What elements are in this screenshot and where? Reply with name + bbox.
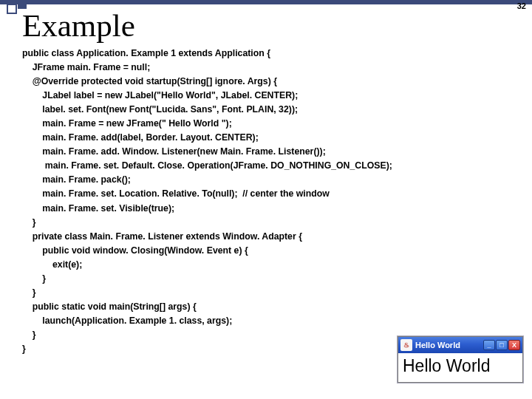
window-title: Hello World	[415, 341, 480, 349]
code-line: JFrame main. Frame = null;	[22, 62, 150, 72]
code-line: main. Frame. set. Location. Relative. To…	[22, 188, 330, 199]
code-line: }	[22, 287, 35, 298]
slide-title: Example	[22, 7, 135, 44]
code-line: main. Frame. set. Visible(true);	[22, 203, 174, 214]
close-button[interactable]: X	[508, 340, 520, 350]
code-line: JLabel label = new JLabel("Hello World",…	[22, 90, 298, 100]
code-line: private class Main. Frame. Listener exte…	[22, 231, 302, 242]
java-icon: ♨	[400, 339, 412, 351]
window-titlebar[interactable]: ♨ Hello World _ □ X	[398, 337, 522, 353]
accent-square-outline	[7, 4, 17, 14]
code-line: public class Application. Example 1 exte…	[22, 48, 270, 58]
minimize-button[interactable]: _	[483, 340, 495, 350]
slide-accent-bar	[0, 0, 532, 4]
code-line: main. Frame. add. Window. Listener(new M…	[22, 146, 326, 157]
code-line: }	[22, 330, 35, 340]
code-line: label. set. Font(new Font("Lucida. Sans"…	[22, 104, 298, 115]
code-line: }	[22, 344, 26, 354]
code-line: main. Frame. add(label, Border. Layout. …	[22, 132, 259, 143]
page-number: 32	[517, 1, 526, 10]
code-line: }	[22, 273, 46, 284]
code-line: main. Frame. pack();	[22, 174, 131, 185]
window-buttons: _ □ X	[483, 340, 520, 350]
demo-window: ♨ Hello World _ □ X Hello World	[398, 336, 523, 383]
code-line: exit(e);	[22, 259, 82, 270]
code-line: @Override protected void startup(String[…	[22, 76, 277, 86]
code-line: launch(Application. Example 1. class, ar…	[22, 316, 232, 326]
maximize-button[interactable]: □	[496, 340, 508, 350]
code-line: public static void main(String[] args) {	[22, 301, 197, 312]
code-example: public class Application. Example 1 exte…	[22, 47, 525, 356]
code-line: main. Frame = new JFrame(" Hello World "…	[22, 118, 232, 129]
code-line: }	[22, 217, 35, 228]
window-body-label: Hello World	[398, 353, 522, 382]
code-line: main. Frame. set. Default. Close. Operat…	[22, 160, 392, 171]
code-line: public void window. Closing(Window. Even…	[22, 245, 248, 256]
